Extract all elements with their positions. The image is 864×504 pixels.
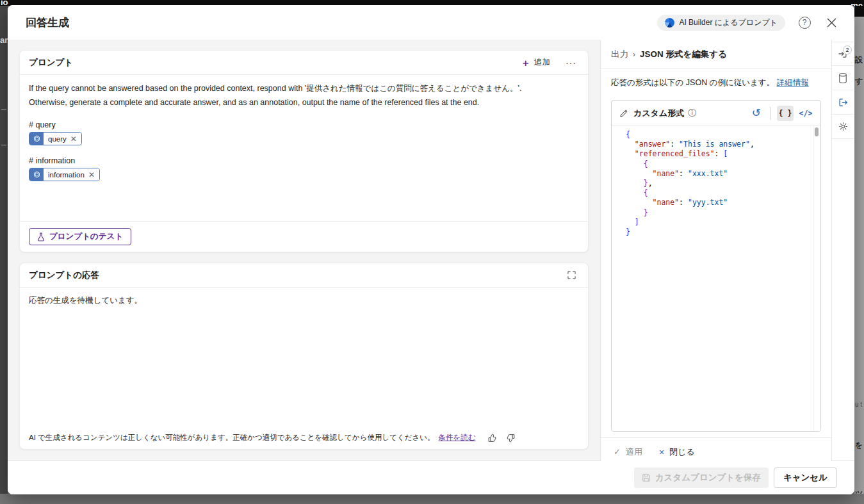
cancel-button[interactable]: キャンセル [774, 467, 837, 488]
add-button-label: 追加 [534, 57, 550, 68]
add-button[interactable]: ＋ 追加 [517, 54, 554, 70]
backdrop-fragment: を [855, 440, 863, 451]
left-pane: プロンプト ＋ 追加 ··· If the query cannot be an… [8, 40, 600, 460]
rail-settings-button[interactable] [832, 115, 854, 139]
gear-icon [838, 121, 849, 132]
format-description: 応答の形式は以下の JSON の例に従います。 詳細情報 [601, 69, 831, 88]
answer-generation-dialog: 回答生成 AI Builder によるプロンプト ? [8, 5, 854, 494]
backdrop-left-strip: an [0, 6, 8, 494]
more-options-button[interactable]: ··· [563, 56, 579, 69]
flask-icon [37, 232, 45, 241]
ai-builder-badge-label: AI Builder によるプロンプト [679, 17, 778, 28]
expand-button[interactable] [564, 268, 579, 283]
prompt-editor[interactable]: If the query cannot be answered based on… [20, 75, 588, 221]
database-icon [838, 72, 848, 84]
variable-chip-query[interactable]: query ✕ [29, 132, 82, 145]
dialog-header: 回答生成 AI Builder によるプロンプト ? [8, 5, 854, 40]
prompt-card-header: プロンプト ＋ 追加 ··· [20, 51, 588, 75]
close-format-label: 閉じる [669, 446, 695, 458]
disclaimer-text: AI で生成されるコンテンツは正しくない可能性があります。正確かつ適切であること… [29, 433, 435, 443]
output-icon [837, 97, 849, 108]
breadcrumb-output[interactable]: 出力 [611, 49, 628, 60]
dialog-body: プロンプト ＋ 追加 ··· If the query cannot be an… [8, 40, 854, 460]
backdrop-right-strip: 設 す u t を ツ [854, 6, 864, 504]
variable-heading-query: # query [29, 120, 579, 129]
save-custom-prompt-button[interactable]: カスタムプロンプトを保存 [634, 467, 769, 488]
learn-more-link[interactable]: 詳細情報 [777, 78, 809, 87]
close-icon [827, 18, 836, 28]
custom-format-card: カスタム形式 ⓘ ↺ { } </> { "answer": "This is … [611, 100, 821, 432]
check-icon: ✓ [614, 447, 621, 457]
help-button[interactable]: ? [797, 15, 812, 30]
prompt-text-line: Otherwise, generate a complete and accur… [29, 95, 579, 110]
dialog-title: 回答生成 [26, 15, 69, 30]
prompt-text-line: If the query cannot be answered based on… [29, 81, 579, 95]
backdrop-mark [1, 145, 6, 145]
read-terms-link[interactable]: 条件を読む [439, 433, 476, 443]
backdrop-bottom-strip [0, 494, 864, 504]
test-prompt-label: プロンプトのテスト [49, 231, 123, 242]
response-placeholder: 応答の生成を待機しています。 [20, 288, 588, 427]
test-prompt-button[interactable]: プロンプトのテスト [29, 228, 131, 245]
close-dialog-button[interactable] [824, 15, 839, 30]
plus-icon: ＋ [521, 58, 530, 67]
undo-button[interactable]: ↺ [749, 106, 763, 120]
rail-knowledge-button[interactable] [832, 66, 854, 90]
expand-icon [567, 271, 576, 279]
thumbs-up-button[interactable] [487, 434, 496, 443]
json-view-button[interactable]: { } [777, 106, 794, 121]
chip-label: query [48, 135, 67, 143]
close-format-button[interactable]: × 閉じる [659, 446, 695, 458]
backdrop-right-cap [854, 6, 864, 17]
chevron-right-icon: › [633, 50, 635, 59]
response-card-header: プロンプトの応答 [20, 263, 588, 288]
dynamic-content-icon [29, 133, 44, 145]
ai-builder-logo-icon [665, 18, 674, 28]
format-actions: ✓ 適用 × 閉じる [601, 437, 831, 466]
chip-remove-icon[interactable]: ✕ [70, 134, 77, 143]
save-button-label: カスタムプロンプトを保存 [655, 472, 761, 484]
custom-format-title: カスタム形式 [633, 108, 684, 119]
thumbs-down-button[interactable] [507, 434, 516, 443]
side-rail: 2 [831, 40, 854, 460]
info-icon: ⓘ [688, 108, 696, 119]
breadcrumb: 出力 › JSON 形式を編集する [601, 40, 831, 69]
backdrop-fragment: 設 [855, 54, 863, 65]
pen-icon [619, 109, 628, 118]
response-card: プロンプトの応答 応答の生成を待機しています。 AI で生成されるコンテンツは正… [19, 263, 589, 450]
response-card-title: プロンプトの応答 [29, 270, 99, 281]
thumbs-up-icon [487, 434, 496, 443]
backdrop-fragment: u t [855, 401, 862, 408]
rail-input-button[interactable]: 2 [832, 42, 854, 66]
ai-disclaimer: AI で生成されるコンテンツは正しくない可能性があります。正確かつ適切であること… [20, 427, 588, 449]
backdrop-fragment: す [855, 76, 863, 87]
prompt-card-footer: プロンプトのテスト [20, 221, 588, 252]
code-editor[interactable]: { "answer": "This is answer", "reference… [612, 126, 820, 431]
breadcrumb-current: JSON 形式を編集する [640, 49, 727, 60]
dynamic-content-icon [29, 168, 44, 181]
output-panel: 出力 › JSON 形式を編集する 応答の形式は以下の JSON の例に従います… [600, 40, 831, 460]
backdrop-mark [1, 110, 6, 110]
variable-chip-information[interactable]: information ✕ [29, 168, 100, 181]
editor-scrollbar-thumb[interactable] [815, 127, 819, 136]
chip-label: information [48, 171, 85, 179]
dismiss-icon: × [659, 447, 664, 457]
code-lines: { "answer": "This is answer", "reference… [626, 130, 811, 237]
screen: io me an 設 す u t を ツ 回答生成 AI Builder による… [0, 0, 864, 504]
ai-builder-badge: AI Builder によるプロンプト [657, 15, 785, 31]
help-icon: ? [799, 17, 811, 29]
apply-label: 適用 [626, 446, 642, 458]
chip-remove-icon[interactable]: ✕ [88, 170, 95, 179]
apply-button[interactable]: ✓ 適用 [614, 446, 642, 458]
input-count-badge: 2 [843, 45, 852, 54]
thumbs-down-icon [507, 434, 516, 443]
format-description-text: 応答の形式は以下の JSON の例に従います。 [611, 78, 774, 87]
custom-format-header: カスタム形式 ⓘ ↺ { } </> [612, 101, 820, 126]
variable-heading-information: # information [29, 156, 579, 165]
rail-output-button[interactable] [832, 90, 854, 115]
code-view-button[interactable]: </> [797, 106, 814, 121]
prompt-card-title: プロンプト [29, 57, 73, 69]
divider [770, 107, 770, 120]
editor-scrollbar[interactable] [813, 126, 820, 431]
save-icon [642, 473, 651, 482]
